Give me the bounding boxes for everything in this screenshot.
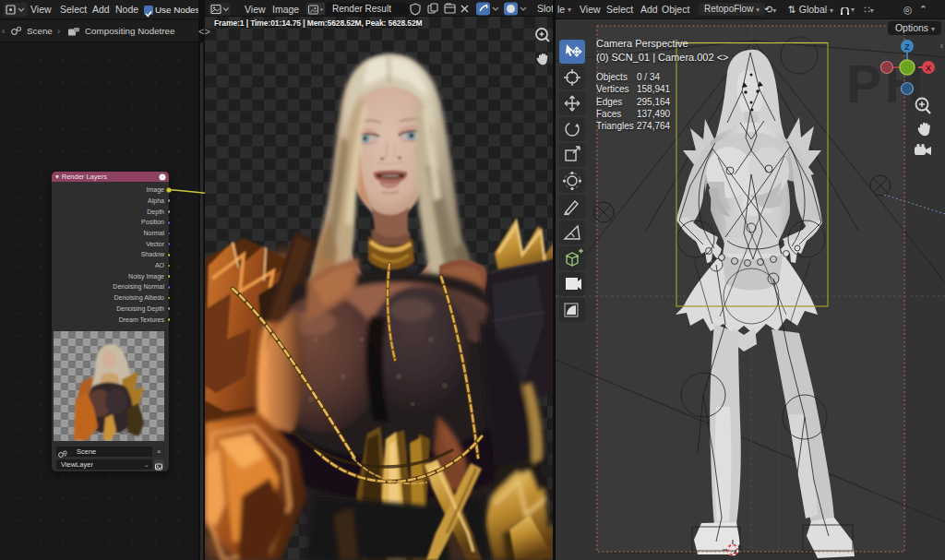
svg-text:Slot: Slot (537, 3, 554, 14)
svg-text:X: X (926, 64, 931, 73)
svg-text:Z: Z (904, 42, 910, 52)
